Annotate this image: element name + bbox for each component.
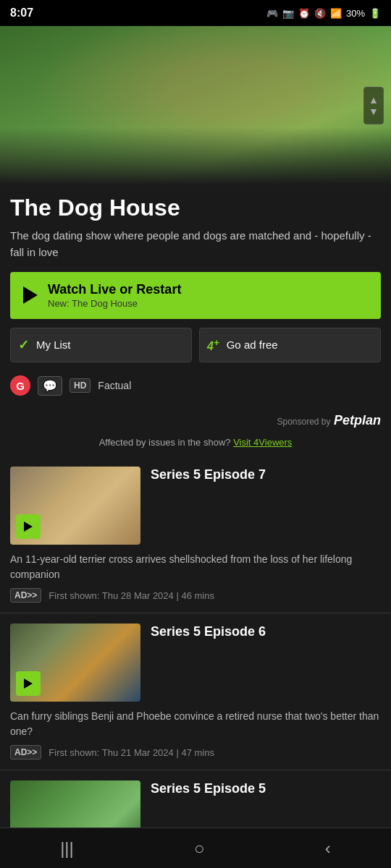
watch-button[interactable]: Watch Live or Restart New: The Dog House — [10, 272, 381, 319]
episode-top: Series 5 Episode 7 — [10, 467, 381, 545]
status-icons: 🎮 📷 ⏰ 🔇 📶 30% 🔋 — [266, 8, 381, 19]
show-description: The dog dating show where people and dog… — [0, 225, 391, 272]
episode-title: Series 5 Episode 5 — [151, 780, 381, 797]
episode-play-button[interactable] — [16, 514, 41, 539]
issues-link[interactable]: Visit 4Viewers — [233, 437, 292, 448]
episode-date: First shown: Thu 21 Mar 2024 | 47 mins — [49, 747, 214, 758]
checkmark-icon: ✓ — [18, 337, 29, 353]
action-row: ✓ My List 4+ Go ad free — [0, 328, 391, 373]
episode-description: Can furry siblings Benji and Phoebe conv… — [10, 709, 381, 739]
status-time: 8:07 — [10, 7, 33, 20]
hero-banner: ▲ ▼ — [0, 26, 391, 185]
watch-play-icon — [23, 286, 38, 304]
subtitles-icon: 💬 — [38, 376, 62, 396]
episode-info: Series 5 Episode 6 — [151, 624, 381, 702]
watch-main-text: Watch Live or Restart — [48, 282, 181, 298]
play-icon — [24, 678, 33, 689]
hd-badge: HD — [70, 378, 91, 393]
category-label: Factual — [98, 380, 131, 391]
go-ad-free-button[interactable]: 4+ Go ad free — [199, 328, 381, 362]
scroll-control[interactable]: ▲ ▼ — [363, 87, 384, 124]
episode-title: Series 5 Episode 7 — [151, 467, 381, 483]
episode-meta: AD>> First shown: Thu 28 Mar 2024 | 46 m… — [10, 588, 381, 603]
scroll-up-icon: ▲ — [369, 95, 379, 105]
sponsored-text: Sponsored by — [277, 417, 330, 427]
issues-row: Affected by issues in the show? Visit 4V… — [0, 434, 391, 456]
episode-info: Series 5 Episode 7 — [151, 467, 381, 545]
my-list-button[interactable]: ✓ My List — [10, 328, 192, 362]
wifi-icon: 📶 — [330, 8, 342, 19]
episode-top: Series 5 Episode 6 — [10, 624, 381, 702]
episode-title: Series 5 Episode 6 — [151, 624, 381, 640]
sponsored-row: Sponsored by Petplan — [0, 407, 391, 434]
episode-date: First shown: Thu 28 Mar 2024 | 46 mins — [49, 590, 214, 601]
ad-badge: AD>> — [10, 745, 41, 760]
watch-sub-text: New: The Dog House — [48, 298, 138, 309]
episode-item: Series 5 Episode 6 Can furry siblings Be… — [0, 613, 391, 770]
channel4-plus-icon: 4+ — [207, 337, 219, 353]
play-icon — [24, 522, 33, 532]
back-button[interactable]: ‹ — [311, 833, 345, 864]
show-title: The Dog House — [0, 185, 391, 225]
battery-icon: 🔋 — [369, 8, 381, 19]
status-bar: 8:07 🎮 📷 ⏰ 🔇 📶 30% 🔋 — [0, 0, 391, 26]
episode-description: An 11-year-old terrier cross arrives she… — [10, 552, 381, 582]
tags-row: G 💬 HD Factual — [0, 373, 391, 407]
g-rating-badge: G — [10, 375, 30, 396]
ad-badge: AD>> — [10, 588, 41, 603]
issues-text: Affected by issues in the show? — [99, 437, 231, 448]
alarm-icon: ⏰ — [298, 8, 310, 19]
episode-thumbnail[interactable] — [10, 467, 140, 545]
recent-apps-button[interactable]: ||| — [46, 833, 88, 864]
gamepad-icon: 🎮 — [266, 8, 278, 19]
bottom-nav: ||| ○ ‹ — [0, 827, 391, 868]
episode-item: Series 5 Episode 7 An 11-year-old terrie… — [0, 456, 391, 613]
my-list-label: My List — [36, 339, 71, 351]
scroll-down-icon: ▼ — [369, 106, 379, 116]
hero-gradient — [0, 127, 391, 185]
photo-icon: 📷 — [282, 8, 294, 19]
mute-icon: 🔇 — [314, 8, 326, 19]
battery-level: 30% — [346, 8, 365, 19]
sponsored-brand: Petplan — [334, 413, 381, 427]
episode-thumbnail[interactable] — [10, 624, 140, 702]
home-button[interactable]: ○ — [180, 833, 219, 864]
watch-text-block: Watch Live or Restart New: The Dog House — [48, 282, 181, 309]
episode-meta: AD>> First shown: Thu 21 Mar 2024 | 47 m… — [10, 745, 381, 760]
episode-play-button[interactable] — [16, 671, 41, 696]
go-ad-free-label: Go ad free — [227, 339, 278, 351]
